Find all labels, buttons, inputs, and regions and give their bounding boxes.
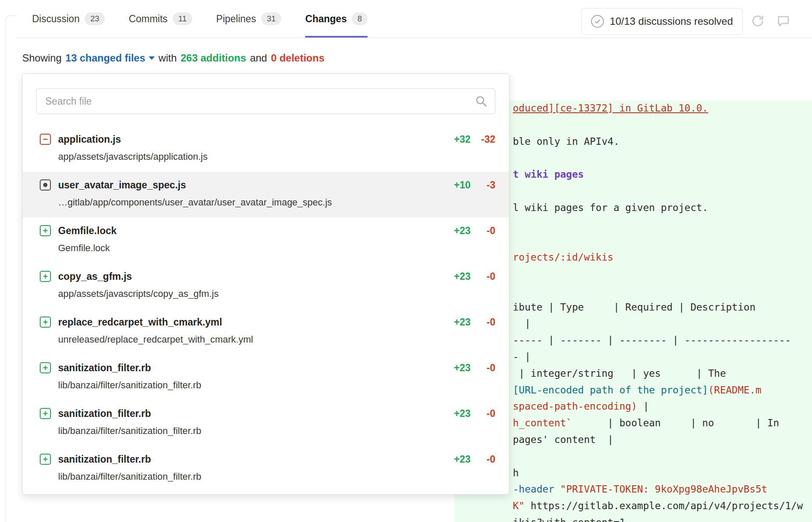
file-deletions-count: -0 [471,316,495,328]
discussions-resolved-label: 10/13 discussions resolved [610,15,733,27]
summary-prefix: Showing [22,52,62,64]
file-added-icon: + [40,271,51,282]
diff-line: - | [513,349,803,365]
file-additions-count: +23 [439,361,471,374]
summary-mid: with [159,52,177,64]
file-additions-count: +32 [439,133,471,146]
changes-summary: Showing 13 changed files with 263 additi… [22,52,324,64]
merge-request-changes-page: 22 oduced][ce-13372] in GitLab 10.0. ble… [0,0,812,522]
diff-line: ----- | ------- | -------- | -----------… [513,332,803,349]
comment-icon [777,14,790,29]
file-path: app/assets/javascripts/application.js [58,150,439,163]
diff-line: [URL-encoded path of the project](README… [513,382,803,399]
circular-arrow-icon [751,14,765,29]
tab-count-badge: 11 [173,12,192,25]
file-path: lib/banzai/filter/sanitization_filter.rb [58,379,439,392]
diff-line [513,282,803,299]
file-additions-count: +10 [439,179,471,191]
diff-line: ikis?with_content=1 [513,514,803,522]
deletions-total: 0 deletions [271,52,324,64]
file-name: application.js [58,133,439,146]
diff-line: h_content` | boolean | no | In [513,415,803,431]
tab-count-badge: 8 [352,12,368,25]
changed-files-label: 13 changed files [65,52,145,64]
file-name: sanitization_filter.rb [58,407,439,420]
file-path: app/assets/javascripts/copy_as_gfm.js [58,287,439,300]
diff-line: | [513,315,803,332]
discussions-resolved-counter[interactable]: 10/13 discussions resolved [581,8,743,35]
check-circle-icon [591,15,604,28]
file-list-item[interactable]: user_avatar_image_spec.js…gitlab/app/com… [23,172,509,217]
file-deletions-count: -0 [471,407,495,420]
diff-line [513,183,803,199]
changed-files-dropdown-toggle[interactable]: 13 changed files [65,52,155,64]
file-path: lib/banzai/filter/sanitization_filter.rb [58,470,439,483]
file-list-item[interactable]: +sanitization_filter.rblib/banzai/filter… [23,400,509,446]
diff-line [513,117,803,133]
file-search-input[interactable] [36,88,495,114]
file-deletions-count: -32 [471,133,495,146]
diff-line: -header "PRIVATE-TOKEN: 9koXpg98eAheJpvB… [513,481,803,498]
diff-line [513,150,803,166]
diff-line: t wiki pages [513,166,803,183]
file-path: Gemfile.lock [58,242,439,255]
file-list-item[interactable]: +sanitization_filter.rblib/banzai/filter… [23,355,509,400]
diff-line [513,232,803,249]
file-deletions-count: -0 [471,270,495,283]
diff-line: ble only in APIv4. [513,133,803,150]
file-name: user_avatar_image_spec.js [58,179,439,191]
file-additions-count: +23 [439,453,471,466]
file-name: copy_as_gfm.js [58,270,439,283]
tab-discussion[interactable]: Discussion23 [32,0,105,38]
file-list-item[interactable]: +sanitization_filter.rblib/banzai/filter… [23,446,509,492]
tab-label: Commits [129,13,168,25]
file-additions-count: +23 [439,316,471,328]
diff-line: rojects/:id/wikis [513,249,803,266]
tab-commits[interactable]: Commits11 [129,0,192,38]
file-deleted-icon: − [40,134,51,145]
caret-down-icon [149,56,155,60]
file-additions-count: +23 [439,224,471,237]
diff-line: K" https://gitlab.example.com/api/v4/pro… [513,498,803,514]
file-name: replace_redcarpet_with_cmark.yml [58,316,439,328]
file-deletions-count: -0 [471,453,495,466]
file-list-item[interactable]: +replace_redcarpet_with_cmark.ymlunrelea… [23,309,509,355]
file-added-icon: + [40,317,51,328]
file-additions-count: +23 [439,407,471,420]
file-added-icon: + [40,225,51,236]
file-path: lib/banzai/filter/sanitization_filter.rb [58,425,439,437]
tab-label: Changes [305,13,347,25]
changed-files-dropdown: −application.jsapp/assets/javascripts/ap… [22,73,509,495]
diff-line: ibute | Type | Required | Description [513,299,803,316]
diff-line: spaced-path-encoding) | [513,398,803,415]
tab-changes[interactable]: Changes8 [305,0,368,38]
diff-line: h [513,465,803,481]
jump-to-next-discussion-button[interactable] [773,11,794,32]
file-path: unreleased/replace_redcarpet_with_cmark.… [58,333,439,346]
diff-line [513,448,803,465]
file-additions-count: +23 [439,270,471,283]
resolve-all-discussions-button[interactable] [747,11,768,32]
file-added-icon: + [40,408,51,419]
file-path: …gitlab/app/components/user_avatar/user_… [58,196,439,209]
tab-pipelines[interactable]: Pipelines31 [216,0,281,38]
file-name: sanitization_filter.rb [58,361,439,374]
file-search [36,88,495,114]
tab-label: Pipelines [216,13,256,25]
file-name: Gemfile.lock [58,224,439,237]
file-deletions-count: -3 [471,179,495,191]
file-list-item[interactable]: +copy_as_gfm.jsapp/assets/javascripts/co… [23,263,509,309]
file-list-item[interactable]: −application.jsapp/assets/javascripts/ap… [23,126,509,172]
tab-count-badge: 31 [261,12,281,25]
diff-line [513,266,803,282]
file-list: −application.jsapp/assets/javascripts/ap… [23,126,509,492]
file-list-item[interactable]: +Gemfile.lockGemfile.lock+23-0 [23,217,509,263]
tab-label: Discussion [32,13,79,25]
file-deletions-count: -0 [471,224,495,237]
file-added-icon: + [40,454,51,465]
additions-total: 263 additions [181,52,246,64]
panel-corner-border [6,15,17,522]
diff-code: oduced][ce-13372] in GitLab 10.0. ble on… [513,100,803,522]
diff-line: pages' content | [513,431,803,448]
diff-line: l wiki pages for a given project. [513,199,803,216]
